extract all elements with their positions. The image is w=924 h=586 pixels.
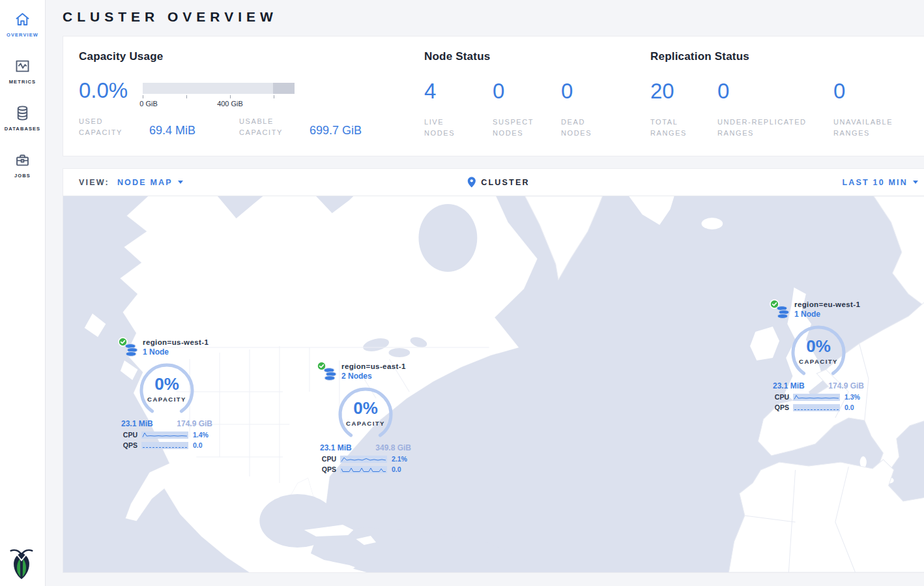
map-node-us-east-1[interactable]: region=us-east-1 2 Nodes 0% CAPACITY 23.… [317,361,414,473]
node-count-link[interactable]: 2 Nodes [341,372,406,381]
world-map[interactable]: region=us-west-1 1 Node 0% CAPACITY 23.1… [63,196,924,572]
cpu-label: CPU [318,455,336,463]
cpu-value: 2.1% [392,455,407,463]
view-selector[interactable]: NODE MAP [117,178,183,187]
qps-value: 0.0 [193,441,203,449]
node-usable-capacity: 174.9 GiB [828,381,864,390]
capacity-tick-0: 0 GiB [139,100,158,108]
capacity-usage-title: Capacity Usage [79,50,424,63]
cpu-label: CPU [119,431,137,439]
gauge-capacity-label: CAPACITY [790,358,847,365]
map-node-eu-west-1[interactable]: region=eu-west-1 1 Node 0% CAPACITY 23.1… [770,299,867,411]
under-replicated-ranges-label: UNDER-REPLICATED RANGES [717,117,822,139]
qps-value: 0.0 [845,403,854,411]
capacity-percent: 0.0% [79,80,143,108]
qps-label: QPS [119,441,137,449]
node-used-capacity: 23.1 MiB [121,419,153,428]
capacity-gauge: 0% CAPACITY [138,362,195,419]
capacity-tick-400: 400 GiB [217,100,243,108]
cpu-sparkline [340,456,387,463]
used-capacity-value: 69.4 MiB [149,124,226,138]
sidebar-item-label: JOBS [14,173,31,179]
cpu-value: 1.4% [193,431,209,439]
breadcrumb-cluster[interactable]: CLUSTER [481,178,529,187]
node-status-title: Node Status [424,50,650,63]
capacity-bar: 0 GiB 400 GiB [143,80,295,108]
main-content: CLUSTER OVERVIEW Capacity Usage 0.0% 0 G… [46,0,924,586]
briefcase-icon [14,151,31,169]
usable-capacity-value: 699.7 GiB [310,124,362,138]
qps-label: QPS [771,403,789,411]
used-capacity-label: USED CAPACITY [79,116,135,138]
usable-capacity-label: USABLE CAPACITY [239,116,295,138]
cpu-sparkline [793,394,840,401]
sidebar: OVERVIEW METRICS DATABASES [0,0,46,586]
database-stack-icon [124,343,139,359]
view-label: VIEW: [79,178,109,187]
node-region-label: region=us-west-1 [143,338,209,346]
cpu-value: 1.3% [845,393,860,401]
time-range-selector[interactable]: LAST 10 MIN [842,178,918,187]
qps-sparkline [793,404,840,411]
node-region-label: region=us-east-1 [341,362,406,370]
sidebar-item-label: METRICS [9,79,36,85]
cpu-sparkline [141,432,188,439]
qps-sparkline [141,442,188,449]
gauge-capacity-label: CAPACITY [138,396,195,403]
node-count-link[interactable]: 1 Node [143,347,209,357]
node-map-card: VIEW: NODE MAP CLUSTER LAST 10 MIN [63,168,924,573]
total-ranges-value: 20 [650,80,717,102]
node-count-link[interactable]: 1 Node [794,310,860,319]
suspect-nodes-label: SUSPECT NODES [493,117,543,139]
sidebar-item-overview[interactable]: OVERVIEW [7,10,38,38]
sidebar-item-metrics[interactable]: METRICS [9,57,36,85]
replication-status-section: Replication Status 20 TOTAL RANGES 0 UND… [650,50,918,139]
page-title: CLUSTER OVERVIEW [63,9,924,25]
cockroachdb-logo [9,547,34,582]
node-used-capacity: 23.1 MiB [320,443,352,452]
gauge-percent: 0% [337,398,394,418]
metrics-chart-icon [14,57,31,75]
replication-status-title: Replication Status [650,50,918,63]
live-nodes-label: LIVE NODES [424,117,475,139]
sidebar-item-label: OVERVIEW [7,32,38,38]
database-stack-icon [323,367,338,383]
total-ranges-label: TOTAL RANGES [650,117,701,139]
chevron-down-icon [178,181,183,184]
cpu-label: CPU [771,393,789,401]
node-status-section: Node Status 4 LIVE NODES 0 SUSPECT NODES… [424,50,650,139]
unavailable-ranges-value: 0 [833,80,918,102]
chevron-down-icon [913,181,918,184]
capacity-bar-nonusable-segment [273,83,295,94]
database-stack-icon [775,305,790,321]
map-toolbar: VIEW: NODE MAP CLUSTER LAST 10 MIN [63,169,924,196]
capacity-usage-section: Capacity Usage 0.0% 0 GiB 400 GiB [79,50,424,139]
cluster-summary-card: Capacity Usage 0.0% 0 GiB 400 GiB [63,36,924,156]
qps-sparkline [340,466,387,473]
capacity-gauge: 0% CAPACITY [790,324,847,381]
node-region-label: region=eu-west-1 [794,300,860,308]
qps-value: 0.0 [392,465,401,473]
location-pin-icon [467,177,476,188]
gauge-capacity-label: CAPACITY [337,420,394,427]
database-icon [14,104,31,122]
node-usable-capacity: 349.8 GiB [375,443,411,452]
sidebar-item-jobs[interactable]: JOBS [14,151,31,179]
dead-nodes-value: 0 [561,80,629,102]
gauge-percent: 0% [790,336,847,357]
unavailable-ranges-label: UNAVAILABLE RANGES [833,117,884,139]
under-replicated-ranges-value: 0 [717,80,833,102]
suspect-nodes-value: 0 [493,80,561,102]
node-usable-capacity: 174.9 GiB [177,419,212,428]
qps-label: QPS [318,465,336,473]
dead-nodes-label: DEAD NODES [561,117,612,139]
sidebar-item-databases[interactable]: DATABASES [5,104,40,132]
node-used-capacity: 23.1 MiB [773,381,805,390]
live-nodes-value: 4 [424,80,493,102]
home-icon [14,10,31,28]
sidebar-item-label: DATABASES [5,126,40,132]
capacity-gauge: 0% CAPACITY [337,386,394,443]
map-node-us-west-1[interactable]: region=us-west-1 1 Node 0% CAPACITY 23.1… [118,337,216,449]
gauge-percent: 0% [138,374,195,394]
breadcrumb: CLUSTER [467,177,529,188]
